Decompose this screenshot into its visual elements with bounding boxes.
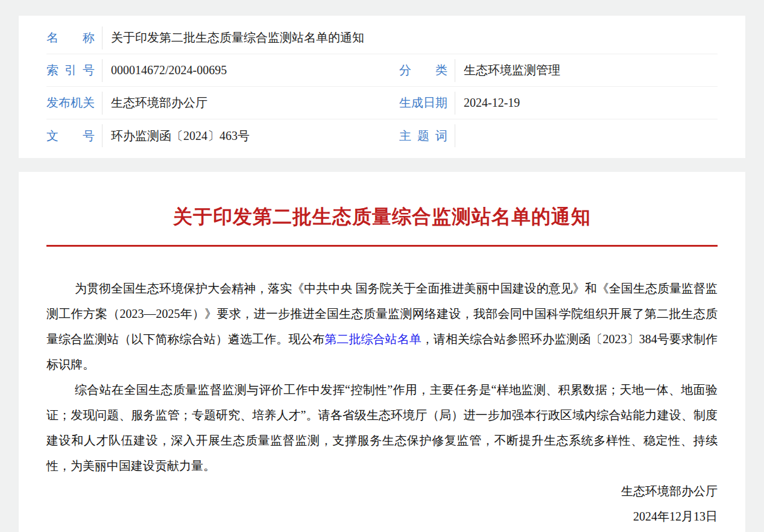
- meta-row-issuer-date: 发布机关 生态环境部办公厅 生成日期 2024-12-19: [46, 87, 718, 119]
- meta-label-index-no: 索引号: [46, 62, 95, 78]
- meta-label-doc-no: 文号: [46, 128, 95, 144]
- document-body: 为贯彻全国生态环境保护大会精神，落实《中共中央 国务院关于全面推进美丽中国建设的…: [46, 276, 718, 532]
- label-value-divider: [455, 124, 455, 147]
- meta-cell-subject-words: 主题词: [399, 124, 718, 147]
- meta-label-issuer: 发布机关: [46, 95, 95, 111]
- label-value-divider: [102, 59, 103, 82]
- meta-label-name: 名称: [46, 30, 95, 46]
- meta-label-date-generated: 生成日期: [399, 95, 447, 111]
- station-list-link[interactable]: 第二批综合站名单: [324, 332, 421, 346]
- label-value-divider: [102, 124, 103, 147]
- attachment-line-clipped: 附件：第二批综合站名单: [46, 529, 718, 532]
- document-metadata-card: 名称 关于印发第二批生态质量综合监测站名单的通知 索引号 000014672/2…: [19, 16, 745, 158]
- label-value-divider: [455, 92, 455, 115]
- meta-row-index-category: 索引号 000014672/2024-00695 分类 生态环境监测管理: [46, 54, 718, 87]
- meta-label-category: 分类: [399, 62, 447, 78]
- notice-page: 名称 关于印发第二批生态质量综合监测站名单的通知 索引号 000014672/2…: [0, 0, 764, 532]
- meta-value-doc-no: 环办监测函〔2024〕463号: [111, 128, 250, 144]
- signature-issuer: 生态环境部办公厅: [46, 478, 718, 504]
- meta-value-index-no: 000014672/2024-00695: [111, 63, 227, 77]
- meta-value-issuer: 生态环境部办公厅: [111, 95, 207, 111]
- meta-value-category: 生态环境监测管理: [464, 62, 560, 78]
- meta-cell-name: 名称 关于印发第二批生态质量综合监测站名单的通知: [46, 27, 718, 49]
- meta-cell-index-no: 索引号 000014672/2024-00695: [46, 59, 399, 82]
- meta-label-subject-words: 主题词: [399, 128, 447, 144]
- title-underline-rule: [46, 245, 718, 247]
- paragraph-2-text: 综合站在全国生态质量监督监测与评价工作中发挥“控制性”作用，主要任务是“样地监测…: [46, 383, 718, 472]
- label-value-divider: [455, 59, 455, 82]
- meta-cell-doc-no: 文号 环办监测函〔2024〕463号: [46, 124, 399, 147]
- paragraph-1: 为贯彻全国生态环境保护大会精神，落实《中共中央 国务院关于全面推进美丽中国建设的…: [46, 276, 718, 377]
- meta-row-docno-subject: 文号 环办监测函〔2024〕463号 主题词: [46, 119, 718, 152]
- meta-cell-issuer: 发布机关 生态环境部办公厅: [46, 92, 399, 115]
- meta-cell-category: 分类 生态环境监测管理: [399, 59, 718, 82]
- meta-cell-date-generated: 生成日期 2024-12-19: [399, 92, 718, 115]
- label-value-divider: [102, 92, 103, 115]
- signature-date: 2024年12月13日: [46, 504, 718, 529]
- paragraph-2: 综合站在全国生态质量监督监测与评价工作中发挥“控制性”作用，主要任务是“样地监测…: [46, 377, 718, 478]
- meta-value-date-generated: 2024-12-19: [464, 96, 520, 110]
- signature-block: 生态环境部办公厅 2024年12月13日: [46, 478, 718, 529]
- label-value-divider: [102, 27, 103, 49]
- meta-row-name: 名称 关于印发第二批生态质量综合监测站名单的通知: [46, 22, 718, 54]
- document-title: 关于印发第二批生态质量综合监测站名单的通知: [46, 203, 718, 230]
- document-content-card: 关于印发第二批生态质量综合监测站名单的通知 为贯彻全国生态环境保护大会精神，落实…: [19, 172, 745, 532]
- meta-value-name: 关于印发第二批生态质量综合监测站名单的通知: [111, 30, 364, 46]
